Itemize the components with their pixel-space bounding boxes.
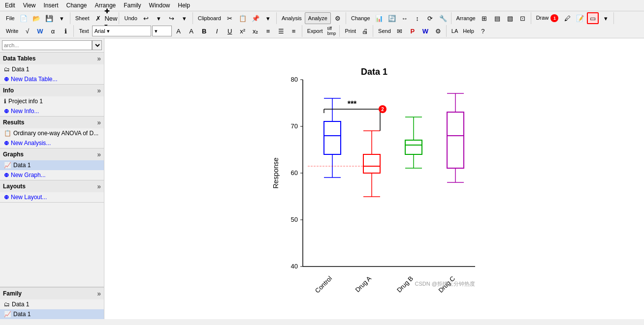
send-extra[interactable]: ⚙ (432, 25, 444, 37)
sheet-btn1[interactable]: ✗ (92, 12, 104, 24)
write-w[interactable]: W (34, 25, 46, 37)
change-btn5[interactable]: ⟳ (424, 12, 436, 24)
help-btn[interactable]: ? (477, 25, 489, 37)
sidebar-item-project-info[interactable]: ℹ Project info 1 (0, 96, 104, 106)
sidebar-item-anova-label: Ordinary one-way ANOVA of D... (13, 130, 98, 137)
sidebar-item-graph-data1[interactable]: 📈 Data 1 (0, 160, 104, 170)
sheet-label: Sheet (73, 14, 92, 22)
italic-btn[interactable]: I (211, 25, 223, 37)
text-btn2[interactable]: A (186, 25, 197, 37)
open-button[interactable]: 📂 (31, 12, 42, 24)
menu-window[interactable]: Window (146, 1, 173, 10)
export-tiff[interactable]: tiffbmp (325, 25, 337, 37)
font-color-btn[interactable]: A (173, 25, 185, 37)
menu-family[interactable]: Family (121, 1, 144, 10)
help-label2[interactable]: Help (461, 27, 476, 35)
sidebar-item-new-analysis[interactable]: ⊕ New Analysis... (0, 138, 104, 148)
section-header-info[interactable]: Info » (0, 85, 104, 96)
underline-btn[interactable]: U (224, 25, 236, 37)
fontsize-dropdown[interactable]: ▾ (152, 26, 172, 36)
align-btn2[interactable]: ☰ (275, 25, 287, 37)
family-item-data1-graph[interactable]: 📈 Data 1 (0, 309, 104, 319)
y-tick-40: 40 (291, 263, 298, 270)
write-alpha[interactable]: α (47, 25, 59, 37)
bold-btn[interactable]: B (198, 25, 210, 37)
section-header-data-tables[interactable]: Data Tables » (0, 53, 104, 64)
x-label-control: Control (314, 274, 333, 294)
draw-btn2[interactable]: 📝 (574, 12, 586, 24)
arrange-btn2[interactable]: ▤ (491, 12, 503, 24)
sidebar-item-new-layout[interactable]: ⊕ New Layout... (0, 192, 104, 202)
sidebar-item-new-info[interactable]: ⊕ New Info... (0, 106, 104, 116)
analyze-button[interactable]: Analyze (305, 12, 331, 24)
print-button[interactable]: 🖨 (359, 25, 371, 37)
paste-button[interactable]: 📌 (250, 12, 261, 24)
change-btn1[interactable]: 📊 (373, 12, 385, 24)
save-dropdown[interactable]: ▾ (56, 12, 68, 24)
menu-change[interactable]: Change (64, 1, 90, 10)
svg-rect-32 (447, 112, 464, 168)
subscript-btn[interactable]: x₂ (250, 25, 261, 37)
family-item-data1-graph-label: Data 1 (13, 311, 31, 318)
search-input[interactable] (2, 40, 92, 50)
arrange-btn4[interactable]: ⊡ (517, 12, 529, 24)
family-item-data1-table[interactable]: 🗂 Data 1 (0, 299, 104, 309)
search-dropdown[interactable]: ▾ (92, 40, 102, 50)
section-header-results[interactable]: Results » (0, 117, 104, 128)
redo-button[interactable]: ↪ (166, 12, 178, 24)
send-powerpoint[interactable]: P (407, 25, 419, 37)
draw-frame-button[interactable]: ▭ (587, 12, 599, 24)
sidebar-item-new-data-table[interactable]: ⊕ New Data Table... (0, 74, 104, 84)
menu-help[interactable]: Help (175, 1, 193, 10)
toolbar-main: File 📄 📂 💾 ▾ Sheet ✗ ✚ New ▾ Undo ↩ ▾ ↪ … (0, 11, 644, 38)
send-btn1[interactable]: ✉ (394, 25, 406, 37)
align-btn[interactable]: ≡ (262, 25, 274, 37)
write-info[interactable]: ℹ (60, 25, 71, 37)
change-btn2[interactable]: 🔄 (386, 12, 398, 24)
section-header-layouts[interactable]: Layouts » (0, 180, 104, 192)
send-word[interactable]: W (419, 25, 431, 37)
superscript-btn[interactable]: x² (237, 25, 249, 37)
svg-rect-15 (363, 154, 380, 173)
change-btn4[interactable]: ↕ (412, 12, 423, 24)
cut-button[interactable]: ✂ (224, 12, 236, 24)
analyze-extra[interactable]: ⚙ (332, 12, 344, 24)
sidebar: ▾ Data Tables » 🗂 Data 1 ⊕ New Data Tabl… (0, 38, 104, 319)
toolbar-group-write: Write √ W α ℹ (2, 25, 74, 37)
section-header-family[interactable]: Family » (0, 288, 104, 299)
undo-button[interactable]: ↩ (140, 12, 152, 24)
section-label-family: Family (3, 290, 22, 297)
sidebar-item-data1[interactable]: 🗂 Data 1 (0, 64, 104, 74)
sidebar-item-new-graph[interactable]: ⊕ New Graph... (0, 170, 104, 180)
toolbar-group-export: Export tiffbmp (303, 25, 340, 37)
arrange-btn3[interactable]: ▧ (504, 12, 516, 24)
undo-dropdown[interactable]: ▾ (153, 12, 165, 24)
sidebar-item-anova[interactable]: 📋 Ordinary one-way ANOVA of D... (0, 128, 104, 138)
expand-info-icon: » (97, 87, 101, 94)
draw-dropdown[interactable]: ▾ (600, 12, 612, 24)
new-button[interactable]: 📄 (18, 12, 30, 24)
redo-dropdown[interactable]: ▾ (179, 12, 191, 24)
section-header-graphs[interactable]: Graphs » (0, 148, 104, 160)
write-sqrt[interactable]: √ (21, 25, 33, 37)
arrange-btn1[interactable]: ⊞ (479, 12, 490, 24)
font-dropdown[interactable]: Arial ▾ (92, 26, 151, 36)
copy-button[interactable]: 📋 (237, 12, 249, 24)
menu-edit[interactable]: Edit (2, 1, 18, 10)
significance-badge: 2 (381, 107, 384, 112)
change-btn6[interactable]: 🔧 (437, 12, 449, 24)
save-button[interactable]: 💾 (43, 12, 55, 24)
paste-dropdown[interactable]: ▾ (262, 12, 274, 24)
la-label: LA (450, 27, 460, 35)
change-btn3[interactable]: ↔ (399, 12, 411, 24)
y-tick-60: 60 (291, 169, 298, 177)
section-graphs: Graphs » 📈 Data 1 ⊕ New Graph... (0, 148, 104, 180)
sheet-new[interactable]: ✚ New ▾ (105, 12, 117, 24)
menu-insert[interactable]: Insert (40, 1, 61, 10)
menu-view[interactable]: View (20, 1, 39, 10)
chart-title: Data 1 (361, 67, 387, 77)
align-btn3[interactable]: ≡ (288, 25, 300, 37)
file-label: File (4, 14, 17, 22)
add-data-table-icon: ⊕ (4, 76, 9, 83)
draw-btn1[interactable]: 🖊 (561, 12, 573, 24)
